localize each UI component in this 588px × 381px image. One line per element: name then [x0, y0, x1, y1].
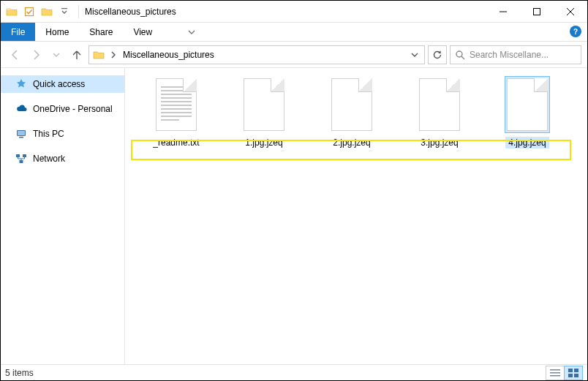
breadcrumb-segment[interactable]: Miscellaneous_pictures	[120, 50, 217, 60]
svg-rect-7	[16, 154, 20, 157]
address-dropdown[interactable]	[407, 51, 423, 59]
nav-up-button[interactable]	[68, 46, 86, 64]
search-box[interactable]	[450, 45, 581, 64]
title-bar: Miscellaneous_pictures	[1, 1, 587, 23]
file-item[interactable]: 2.jpg.jzeq	[308, 74, 396, 151]
nav-item-quickaccess[interactable]: Quick access	[1, 75, 124, 93]
tab-home[interactable]: Home	[35, 23, 79, 41]
navigation-pane: Quick accessOneDrive - PersonalThis PCNe…	[1, 68, 125, 364]
nav-item-label: Network	[33, 154, 65, 164]
nav-forward-button[interactable]	[27, 46, 45, 64]
nav-item-network[interactable]: Network	[1, 150, 124, 167]
ribbon-expand-button[interactable]	[184, 23, 199, 41]
folder-icon	[91, 49, 107, 61]
chevron-right-icon[interactable]	[107, 51, 120, 59]
file-tab[interactable]: File	[1, 23, 35, 41]
file-item[interactable]: 3.jpg.jzeq	[396, 74, 483, 151]
quickaccess-icon	[15, 78, 27, 90]
svg-rect-1	[61, 8, 67, 9]
tab-share[interactable]: Share	[79, 23, 123, 41]
file-item[interactable]: _readme.txt	[132, 74, 220, 151]
thispc-icon	[15, 128, 27, 140]
status-bar: 5 items	[1, 364, 587, 380]
file-name-label: 4.jpg.jzeq	[505, 137, 549, 148]
svg-rect-5	[18, 131, 25, 135]
file-name-label: 3.jpg.jzeq	[418, 137, 461, 148]
generic-file-icon	[242, 77, 286, 132]
svg-rect-16	[574, 374, 578, 377]
svg-rect-0	[26, 7, 34, 15]
svg-rect-9	[20, 160, 23, 163]
search-icon	[455, 50, 465, 60]
file-name-label: 2.jpg.jzeq	[330, 137, 373, 148]
file-item[interactable]: 1.jpg.jzeq	[220, 74, 308, 151]
title-divider	[78, 5, 79, 18]
nav-item-label: This PC	[33, 129, 64, 139]
status-count: 5 items	[5, 368, 546, 378]
nav-recent-dropdown[interactable]	[48, 46, 65, 64]
svg-rect-13	[568, 369, 573, 372]
svg-rect-14	[574, 369, 578, 372]
help-button[interactable]: ?	[570, 26, 581, 37]
address-bar: Miscellaneous_pictures	[1, 42, 587, 68]
folder-icon	[4, 4, 20, 20]
generic-file-icon	[505, 77, 549, 132]
svg-rect-8	[23, 154, 26, 157]
nav-item-label: OneDrive - Personal	[33, 104, 113, 114]
close-button[interactable]	[554, 1, 587, 23]
text-file-icon	[154, 77, 198, 132]
svg-rect-10	[550, 369, 560, 371]
nav-item-onedrive[interactable]: OneDrive - Personal	[1, 100, 124, 118]
onedrive-icon	[15, 103, 27, 115]
qat-item[interactable]	[21, 4, 37, 20]
minimize-button[interactable]	[486, 1, 520, 23]
ribbon: File Home Share View ?	[1, 23, 587, 42]
file-name-label: 1.jpg.jzeq	[242, 137, 285, 148]
window-title: Miscellaneous_pictures	[85, 7, 176, 17]
network-icon	[15, 153, 27, 165]
nav-item-thispc[interactable]: This PC	[1, 125, 124, 143]
maximize-button[interactable]	[520, 1, 554, 23]
body: Quick accessOneDrive - PersonalThis PCNe…	[1, 68, 587, 364]
generic-file-icon	[330, 77, 374, 132]
svg-rect-2	[534, 8, 540, 15]
svg-rect-15	[568, 374, 573, 377]
svg-rect-11	[550, 372, 560, 374]
search-input[interactable]	[470, 50, 579, 60]
folder-icon	[39, 4, 55, 20]
tab-view[interactable]: View	[123, 23, 162, 41]
nav-back-button[interactable]	[7, 46, 24, 64]
qat-overflow[interactable]	[56, 4, 72, 20]
svg-rect-6	[19, 137, 23, 138]
refresh-button[interactable]	[428, 45, 447, 64]
nav-item-label: Quick access	[33, 79, 85, 89]
file-item[interactable]: 4.jpg.jzeq	[483, 74, 571, 151]
view-large-icons-button[interactable]	[564, 366, 583, 380]
svg-rect-12	[550, 375, 560, 377]
content-pane[interactable]: _readme.txt1.jpg.jzeq2.jpg.jzeq3.jpg.jze…	[125, 68, 587, 364]
svg-point-3	[456, 51, 462, 57]
view-details-button[interactable]	[546, 366, 565, 380]
generic-file-icon	[418, 77, 461, 132]
address-input[interactable]: Miscellaneous_pictures	[88, 45, 425, 64]
file-name-label: _readme.txt	[150, 137, 202, 148]
